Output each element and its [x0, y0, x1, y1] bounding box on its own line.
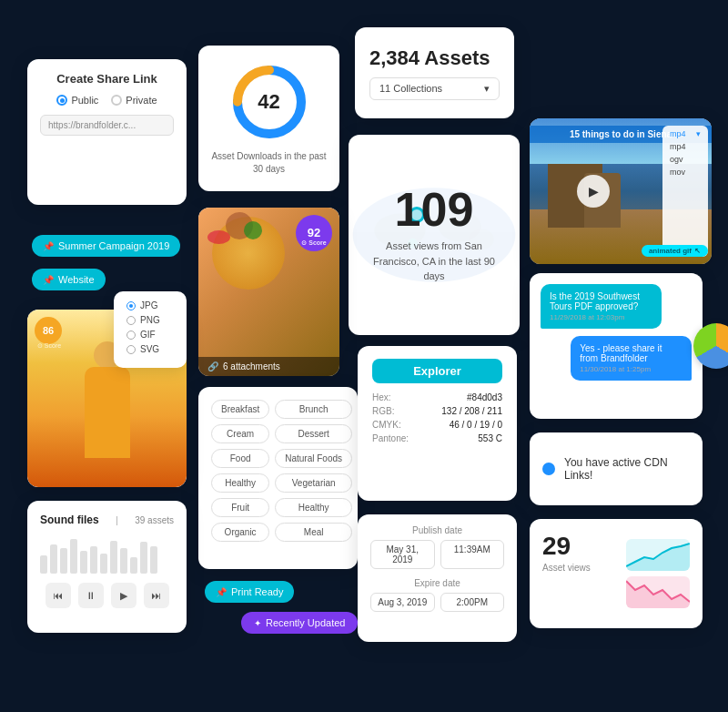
assets-count: 2,384 Assets — [369, 46, 500, 70]
forward-button[interactable]: ⏭ — [144, 583, 169, 608]
tag-item[interactable]: Healthy — [211, 473, 269, 493]
sparklines — [626, 532, 690, 615]
expire-time[interactable]: 2:00PM — [440, 593, 505, 612]
food-photo: 92 ⊙ Score 🔗 6 attachments — [198, 208, 339, 376]
downloads-label: Asset Downloads in the past 30 days — [211, 150, 327, 176]
tag-item[interactable]: Meal — [275, 523, 352, 542]
cdn-status-dot — [542, 463, 555, 475]
pill-recently-updated[interactable]: ✦ Recently Updated — [241, 612, 358, 634]
animated-gif-badge: animated gif ↖ — [642, 245, 708, 257]
svg-marker-8 — [626, 544, 690, 571]
radio-public[interactable]: Public — [56, 95, 98, 106]
food-score-number: 92 — [308, 227, 320, 239]
tag-item[interactable]: Fruit — [211, 498, 269, 517]
tag-item[interactable]: Natural Foods — [275, 449, 352, 468]
pin-icon: 📌 — [43, 241, 54, 251]
publish-date-row: May 31, 2019 11:39AM — [370, 540, 504, 569]
radio-circle — [126, 301, 136, 310]
pill-website[interactable]: 📌 Website — [32, 269, 106, 290]
pin-icon-2: 📌 — [43, 275, 54, 285]
attachments-label: 6 attachments — [223, 361, 280, 371]
format-mp4-1[interactable]: mp4 ▾ — [670, 129, 701, 138]
share-link-options: Public Private — [40, 95, 174, 106]
card-sound: Sound files | 39 assets ⏮ ⏸ ▶ ⏭ — [27, 501, 187, 633]
pill-summer-campaign[interactable]: 📌 Summer Campaign 2019 — [32, 235, 180, 257]
format-list: mp4 ▾ mp4 ogv mov — [662, 126, 708, 257]
card-share-link: Create Share Link Public Private https:/… — [27, 59, 187, 205]
tag-grid: BreakfastBrunchCreamDessertFoodNatural F… — [211, 400, 345, 542]
woman-score: 86 — [35, 317, 62, 344]
website-label: Website — [58, 274, 95, 285]
expire-date-row: Aug 3, 2019 2:00PM — [370, 593, 504, 612]
chevron-down-icon: ▾ — [484, 83, 490, 95]
tag-item[interactable]: Organic — [211, 523, 269, 542]
radio-circle — [126, 316, 136, 325]
sound-title: Sound files — [40, 514, 99, 526]
donut-number: 42 — [258, 90, 279, 114]
radio-circle — [126, 345, 136, 354]
expire-date[interactable]: Aug 3, 2019 — [370, 593, 435, 612]
chat-question-text: Is the 2019 Southwest Tours PDF approved… — [550, 291, 640, 311]
chat-answer-text: Yes - please share it from Brandfolder — [580, 343, 662, 363]
animated-gif-label: animated gif — [649, 247, 692, 255]
sound-bar — [100, 554, 107, 574]
color-row-cmyk: CMYK: 46 / 0 / 19 / 0 — [372, 420, 502, 430]
attachments-bar: 🔗 6 attachments — [198, 357, 339, 376]
recentlyupdated-label: Recently Updated — [266, 617, 345, 628]
radio-label: PNG — [140, 315, 160, 325]
sound-bar — [70, 539, 77, 574]
sparkline-pink — [626, 576, 690, 608]
attachment-icon: 🔗 — [207, 361, 218, 371]
sound-count: 39 assets — [135, 515, 174, 525]
format-mp4-2[interactable]: mp4 — [670, 142, 701, 151]
cursor-icon: ↖ — [694, 247, 701, 255]
publish-date[interactable]: May 31, 2019 — [370, 540, 435, 569]
share-link-url[interactable]: https://brandfolder.c... — [40, 115, 174, 136]
format-ogv[interactable]: ogv — [670, 155, 701, 164]
assetviews-left: 29 Asset views — [542, 532, 617, 615]
play-button[interactable]: ▶ — [111, 583, 136, 608]
tag-item[interactable]: Breakfast — [211, 400, 269, 419]
map-number: 109 — [395, 186, 474, 233]
tag-item[interactable]: Dessert — [275, 424, 352, 443]
sound-bar — [130, 557, 137, 574]
card-map: 109 Asset views from San Francisco, CA i… — [349, 135, 520, 335]
collections-dropdown[interactable]: 11 Collections ▾ — [369, 77, 500, 100]
chat-question-bubble: Is the 2019 Southwest Tours PDF approved… — [541, 284, 662, 329]
pill-print-ready[interactable]: 📌 Print Ready — [205, 581, 294, 603]
radio-option-jpg[interactable]: JPG — [126, 300, 174, 310]
chat-question-time: 11/29/2018 at 12:03pm — [550, 313, 652, 321]
cdn-message: You have active CDN Links! — [564, 456, 690, 482]
map-label: Asset views from San Francisco, CA in th… — [363, 239, 505, 284]
radio-private[interactable]: Private — [111, 95, 157, 106]
share-link-title: Create Share Link — [40, 72, 174, 86]
tag-item[interactable]: Healthy — [275, 498, 352, 517]
color-row-pantone: Pantone: 553 C — [372, 433, 502, 443]
format-mov[interactable]: mov — [670, 168, 701, 177]
card-assets: 2,384 Assets 11 Collections ▾ — [355, 27, 514, 118]
sound-bar — [80, 551, 87, 574]
star-icon: ✦ — [254, 618, 261, 628]
food-score-label: ⊙ Score — [296, 239, 332, 247]
tag-item[interactable]: Food — [211, 449, 269, 468]
radio-public-dot — [56, 95, 67, 106]
food-score-badge: 92 ⊙ Score — [296, 215, 332, 251]
publish-time[interactable]: 11:39AM — [440, 540, 505, 569]
sparkline-teal — [626, 539, 690, 571]
chat-answer-time: 11/30/2018 at 1:25pm — [580, 365, 682, 373]
radio-option-gif[interactable]: GIF — [126, 330, 174, 340]
play-button[interactable]: ▶ — [577, 175, 610, 208]
radio-option-png[interactable]: PNG — [126, 315, 174, 325]
sound-bar — [90, 546, 97, 574]
sound-bar — [120, 548, 127, 574]
card-format-options: JPGPNGGIFSVG — [114, 291, 187, 368]
tag-item[interactable]: Cream — [211, 424, 269, 443]
tag-item[interactable]: Brunch — [275, 400, 352, 419]
rewind-button[interactable]: ⏮ — [46, 583, 71, 608]
printready-label: Print Ready — [231, 586, 283, 597]
radio-option-svg[interactable]: SVG — [126, 344, 174, 354]
sound-bar — [50, 544, 57, 574]
tag-item[interactable]: Vegetarian — [275, 473, 352, 493]
radio-private-dot — [111, 95, 122, 106]
pause-button[interactable]: ⏸ — [78, 583, 104, 608]
